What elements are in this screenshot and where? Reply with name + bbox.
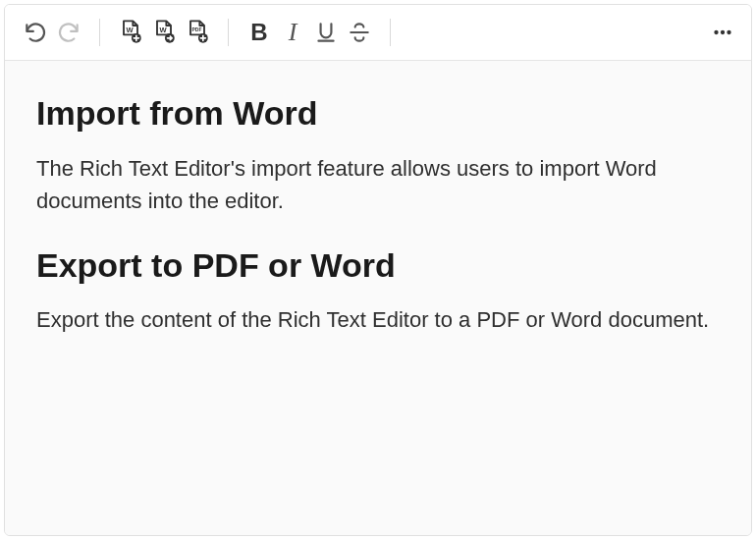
svg-text:W: W (160, 26, 168, 34)
export-pdf-icon: PDF (184, 19, 211, 46)
svg-point-7 (721, 30, 725, 34)
underline-button[interactable] (309, 16, 343, 49)
export-pdf-button[interactable]: PDF (181, 16, 214, 49)
svg-text:PDF: PDF (192, 27, 202, 32)
rich-text-editor: W W (4, 4, 752, 536)
undo-button[interactable] (19, 16, 52, 49)
strikethrough-button[interactable] (343, 16, 376, 49)
svg-text:W: W (127, 26, 135, 34)
strikethrough-icon (347, 20, 372, 45)
redo-icon (56, 20, 81, 45)
redo-button[interactable] (52, 16, 85, 49)
import-word-icon: W (117, 19, 144, 46)
svg-point-6 (714, 30, 718, 34)
bold-button[interactable]: B (243, 16, 276, 49)
toolbar-separator (390, 19, 391, 46)
paragraph-export: Export the content of the Rich Text Edit… (36, 303, 720, 336)
editor-content[interactable]: Import from Word The Rich Text Editor's … (5, 61, 751, 535)
paragraph-import: The Rich Text Editor's import feature al… (36, 152, 720, 217)
toolbar: W W (5, 5, 751, 61)
bold-icon: B (250, 21, 267, 44)
italic-button[interactable]: I (276, 16, 309, 49)
svg-point-8 (727, 30, 730, 34)
export-word-icon: W (150, 19, 178, 46)
more-button[interactable] (706, 16, 739, 49)
heading-export: Export to PDF or Word (36, 244, 720, 287)
underline-icon (313, 20, 339, 45)
import-word-button[interactable]: W (114, 16, 147, 49)
toolbar-separator (228, 19, 229, 46)
toolbar-separator (99, 19, 100, 46)
italic-icon: I (289, 20, 297, 45)
heading-import: Import from Word (36, 92, 720, 135)
export-word-button[interactable]: W (147, 16, 181, 49)
undo-icon (23, 20, 48, 45)
more-icon (710, 20, 735, 45)
